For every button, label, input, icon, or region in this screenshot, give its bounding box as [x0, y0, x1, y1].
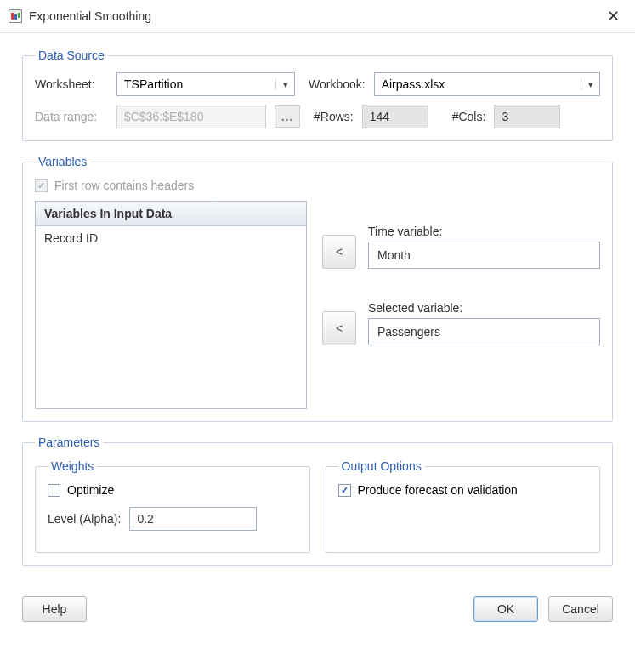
- data-source-legend: Data Source: [35, 48, 108, 62]
- chevron-left-icon: <: [336, 245, 343, 259]
- weights-legend: Weights: [48, 459, 97, 473]
- rows-value: 144: [362, 105, 428, 128]
- level-alpha-value: 0.2: [137, 512, 153, 526]
- data-range-label: Data range:: [35, 110, 108, 123]
- optimize-label: Optimize: [67, 483, 114, 497]
- produce-forecast-checkbox[interactable]: [338, 484, 351, 497]
- workbook-label: Workbook:: [309, 77, 366, 91]
- move-to-selected-button[interactable]: <: [322, 311, 356, 345]
- weights-group: Weights Optimize Level (Alpha): 0.2: [35, 459, 310, 553]
- parameters-group: Parameters Weights Optimize Level (Alpha…: [22, 436, 613, 566]
- variables-group: Variables First row contains headers Var…: [22, 155, 613, 422]
- time-variable-label: Time variable:: [368, 225, 600, 238]
- first-row-headers-checkbox: [35, 179, 48, 192]
- cancel-button[interactable]: Cancel: [548, 596, 613, 622]
- workbook-select[interactable]: Airpass.xlsx ▾: [374, 72, 600, 96]
- title-bar: Exponential Smoothing ✕: [0, 0, 635, 33]
- variables-listbox[interactable]: Variables In Input Data Record ID: [35, 201, 307, 409]
- window-title: Exponential Smoothing: [29, 9, 151, 23]
- parameters-legend: Parameters: [35, 436, 103, 449]
- worksheet-value: TSPartition: [124, 77, 183, 91]
- chevron-down-icon: ▾: [275, 79, 291, 90]
- ok-button[interactable]: OK: [473, 596, 538, 622]
- data-range-browse-button[interactable]: ...: [275, 105, 300, 128]
- optimize-checkbox[interactable]: [48, 484, 60, 497]
- selected-variable-value: Passengers: [377, 325, 440, 339]
- variables-list-header: Variables In Input Data: [36, 202, 306, 226]
- variables-legend: Variables: [35, 155, 90, 168]
- first-row-headers-label: First row contains headers: [54, 179, 194, 192]
- list-item[interactable]: Record ID: [36, 226, 306, 250]
- worksheet-label: Worksheet:: [35, 77, 108, 91]
- close-icon[interactable]: ✕: [602, 7, 625, 26]
- rows-label: #Rows:: [314, 110, 354, 123]
- workbook-value: Airpass.xlsx: [382, 77, 445, 91]
- level-alpha-label: Level (Alpha):: [48, 512, 121, 526]
- chevron-left-icon: <: [336, 322, 343, 335]
- move-to-time-button[interactable]: <: [322, 235, 356, 269]
- time-variable-value: Month: [377, 248, 411, 262]
- output-options-group: Output Options Produce forecast on valid…: [326, 459, 601, 553]
- data-range-value: $C$36:$E$180: [124, 110, 203, 123]
- produce-forecast-label: Produce forecast on validation: [358, 483, 518, 497]
- level-alpha-input[interactable]: 0.2: [129, 507, 257, 531]
- app-icon: [9, 9, 22, 23]
- output-options-legend: Output Options: [338, 459, 425, 473]
- cols-value: 3: [494, 105, 560, 128]
- cols-label: #Cols:: [452, 110, 486, 123]
- worksheet-select[interactable]: TSPartition ▾: [116, 72, 295, 96]
- help-button[interactable]: Help: [22, 596, 87, 622]
- selected-variable-field[interactable]: Passengers: [368, 318, 600, 345]
- data-range-input: $C$36:$E$180: [116, 105, 266, 128]
- selected-variable-label: Selected variable:: [368, 301, 600, 315]
- chevron-down-icon: ▾: [581, 79, 596, 90]
- ellipsis-icon: ...: [281, 110, 294, 123]
- data-source-group: Data Source Worksheet: TSPartition ▾ Wor…: [22, 48, 613, 141]
- time-variable-field[interactable]: Month: [368, 242, 600, 269]
